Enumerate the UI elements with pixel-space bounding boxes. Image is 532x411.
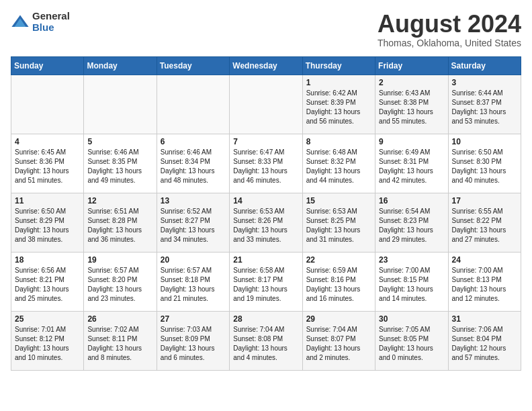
weekday-header-monday: Monday bbox=[84, 56, 157, 75]
day-number: 13 bbox=[161, 196, 226, 205]
weekday-header-saturday: Saturday bbox=[448, 56, 521, 75]
day-number: 8 bbox=[306, 137, 371, 146]
calendar-cell: 3Sunrise: 6:44 AM Sunset: 8:37 PM Daylig… bbox=[448, 75, 521, 134]
day-info: Sunrise: 6:54 AM Sunset: 8:23 PM Dayligh… bbox=[379, 207, 444, 244]
day-number: 19 bbox=[87, 255, 152, 265]
calendar-cell: 1Sunrise: 6:42 AM Sunset: 8:39 PM Daylig… bbox=[302, 75, 375, 134]
calendar-cell: 5Sunrise: 6:46 AM Sunset: 8:35 PM Daylig… bbox=[84, 134, 157, 193]
day-info: Sunrise: 6:44 AM Sunset: 8:37 PM Dayligh… bbox=[452, 89, 517, 126]
day-info: Sunrise: 6:43 AM Sunset: 8:38 PM Dayligh… bbox=[379, 89, 444, 126]
calendar-cell: 13Sunrise: 6:52 AM Sunset: 8:27 PM Dayli… bbox=[157, 193, 229, 252]
calendar-cell: 16Sunrise: 6:54 AM Sunset: 8:23 PM Dayli… bbox=[375, 193, 448, 252]
calendar-cell: 23Sunrise: 7:00 AM Sunset: 8:15 PM Dayli… bbox=[375, 252, 448, 311]
day-info: Sunrise: 6:50 AM Sunset: 8:29 PM Dayligh… bbox=[15, 207, 80, 244]
calendar-week-row-1: 1Sunrise: 6:42 AM Sunset: 8:39 PM Daylig… bbox=[11, 75, 521, 134]
day-number: 3 bbox=[452, 78, 517, 87]
calendar-cell: 21Sunrise: 6:58 AM Sunset: 8:17 PM Dayli… bbox=[230, 252, 302, 311]
logo-blue: Blue bbox=[32, 22, 70, 34]
day-info: Sunrise: 7:06 AM Sunset: 8:04 PM Dayligh… bbox=[452, 325, 517, 363]
day-info: Sunrise: 6:46 AM Sunset: 8:35 PM Dayligh… bbox=[87, 148, 152, 185]
day-number: 30 bbox=[379, 314, 444, 324]
day-info: Sunrise: 6:51 AM Sunset: 8:28 PM Dayligh… bbox=[87, 207, 152, 244]
day-info: Sunrise: 7:04 AM Sunset: 8:08 PM Dayligh… bbox=[233, 325, 298, 363]
day-number: 4 bbox=[15, 137, 80, 146]
calendar-cell: 10Sunrise: 6:50 AM Sunset: 8:30 PM Dayli… bbox=[448, 134, 521, 193]
day-number: 27 bbox=[161, 314, 226, 324]
day-number: 14 bbox=[233, 196, 298, 205]
calendar-cell bbox=[230, 75, 302, 134]
title-block: August 2024 Thomas, Oklahoma, United Sta… bbox=[378, 11, 521, 48]
day-info: Sunrise: 6:50 AM Sunset: 8:30 PM Dayligh… bbox=[452, 148, 517, 185]
weekday-header-thursday: Thursday bbox=[302, 56, 375, 75]
weekday-header-tuesday: Tuesday bbox=[157, 56, 229, 75]
weekday-header-wednesday: Wednesday bbox=[230, 56, 302, 75]
calendar-week-row-3: 11Sunrise: 6:50 AM Sunset: 8:29 PM Dayli… bbox=[11, 193, 521, 252]
logo-text: General Blue bbox=[32, 11, 70, 33]
day-info: Sunrise: 6:55 AM Sunset: 8:22 PM Dayligh… bbox=[452, 207, 517, 244]
calendar-cell: 14Sunrise: 6:53 AM Sunset: 8:26 PM Dayli… bbox=[230, 193, 302, 252]
day-info: Sunrise: 6:48 AM Sunset: 8:32 PM Dayligh… bbox=[306, 148, 371, 185]
day-number: 18 bbox=[15, 255, 80, 265]
calendar-cell: 22Sunrise: 6:59 AM Sunset: 8:16 PM Dayli… bbox=[302, 252, 375, 311]
calendar-cell: 18Sunrise: 6:56 AM Sunset: 8:21 PM Dayli… bbox=[11, 252, 84, 311]
calendar-cell: 25Sunrise: 7:01 AM Sunset: 8:12 PM Dayli… bbox=[11, 311, 84, 370]
day-info: Sunrise: 7:05 AM Sunset: 8:05 PM Dayligh… bbox=[379, 325, 444, 363]
calendar-cell: 24Sunrise: 7:00 AM Sunset: 8:13 PM Dayli… bbox=[448, 252, 521, 311]
calendar-cell: 27Sunrise: 7:03 AM Sunset: 8:09 PM Dayli… bbox=[157, 311, 229, 370]
day-number: 21 bbox=[233, 255, 298, 265]
day-info: Sunrise: 6:47 AM Sunset: 8:33 PM Dayligh… bbox=[233, 148, 298, 185]
calendar-cell bbox=[157, 75, 229, 134]
day-info: Sunrise: 6:42 AM Sunset: 8:39 PM Dayligh… bbox=[306, 89, 371, 126]
logo-general: General bbox=[32, 11, 70, 22]
day-number: 15 bbox=[306, 196, 371, 205]
day-info: Sunrise: 7:04 AM Sunset: 8:07 PM Dayligh… bbox=[306, 325, 371, 363]
calendar-week-row-5: 25Sunrise: 7:01 AM Sunset: 8:12 PM Dayli… bbox=[11, 311, 521, 370]
day-info: Sunrise: 6:52 AM Sunset: 8:27 PM Dayligh… bbox=[161, 207, 226, 244]
day-info: Sunrise: 6:53 AM Sunset: 8:25 PM Dayligh… bbox=[306, 207, 371, 244]
calendar-week-row-2: 4Sunrise: 6:45 AM Sunset: 8:36 PM Daylig… bbox=[11, 134, 521, 193]
calendar-cell: 9Sunrise: 6:49 AM Sunset: 8:31 PM Daylig… bbox=[375, 134, 448, 193]
day-number: 22 bbox=[306, 255, 371, 265]
calendar-cell: 11Sunrise: 6:50 AM Sunset: 8:29 PM Dayli… bbox=[11, 193, 84, 252]
calendar-cell: 26Sunrise: 7:02 AM Sunset: 8:11 PM Dayli… bbox=[84, 311, 157, 370]
day-info: Sunrise: 7:00 AM Sunset: 8:13 PM Dayligh… bbox=[452, 266, 517, 304]
day-number: 2 bbox=[379, 78, 444, 87]
day-number: 29 bbox=[306, 314, 371, 324]
logo: General Blue bbox=[11, 11, 70, 33]
day-number: 9 bbox=[379, 137, 444, 146]
calendar-week-row-4: 18Sunrise: 6:56 AM Sunset: 8:21 PM Dayli… bbox=[11, 252, 521, 311]
calendar-table: SundayMondayTuesdayWednesdayThursdayFrid… bbox=[11, 56, 521, 371]
day-info: Sunrise: 7:00 AM Sunset: 8:15 PM Dayligh… bbox=[379, 266, 444, 304]
day-number: 7 bbox=[233, 137, 298, 146]
day-number: 31 bbox=[452, 314, 517, 324]
calendar-cell bbox=[84, 75, 157, 134]
day-number: 25 bbox=[15, 314, 80, 324]
calendar-cell: 4Sunrise: 6:45 AM Sunset: 8:36 PM Daylig… bbox=[11, 134, 84, 193]
calendar-cell: 12Sunrise: 6:51 AM Sunset: 8:28 PM Dayli… bbox=[84, 193, 157, 252]
day-info: Sunrise: 7:01 AM Sunset: 8:12 PM Dayligh… bbox=[15, 325, 80, 363]
day-number: 20 bbox=[161, 255, 226, 265]
day-info: Sunrise: 6:59 AM Sunset: 8:16 PM Dayligh… bbox=[306, 266, 371, 304]
day-number: 26 bbox=[87, 314, 152, 324]
day-number: 10 bbox=[452, 137, 517, 146]
calendar-cell: 28Sunrise: 7:04 AM Sunset: 8:08 PM Dayli… bbox=[230, 311, 302, 370]
day-info: Sunrise: 7:03 AM Sunset: 8:09 PM Dayligh… bbox=[161, 325, 226, 363]
weekday-header-friday: Friday bbox=[375, 56, 448, 75]
day-info: Sunrise: 6:45 AM Sunset: 8:36 PM Dayligh… bbox=[15, 148, 80, 185]
day-info: Sunrise: 6:53 AM Sunset: 8:26 PM Dayligh… bbox=[233, 207, 298, 244]
calendar-cell: 6Sunrise: 6:46 AM Sunset: 8:34 PM Daylig… bbox=[157, 134, 229, 193]
month-year: August 2024 bbox=[378, 11, 521, 38]
calendar-cell: 29Sunrise: 7:04 AM Sunset: 8:07 PM Dayli… bbox=[302, 311, 375, 370]
day-info: Sunrise: 6:49 AM Sunset: 8:31 PM Dayligh… bbox=[379, 148, 444, 185]
logo-icon bbox=[11, 13, 30, 32]
calendar-cell bbox=[11, 75, 84, 134]
day-number: 17 bbox=[452, 196, 517, 205]
calendar-cell: 30Sunrise: 7:05 AM Sunset: 8:05 PM Dayli… bbox=[375, 311, 448, 370]
calendar-cell: 31Sunrise: 7:06 AM Sunset: 8:04 PM Dayli… bbox=[448, 311, 521, 370]
day-number: 28 bbox=[233, 314, 298, 324]
page-header: General Blue August 2024 Thomas, Oklahom… bbox=[11, 11, 521, 48]
location: Thomas, Oklahoma, United States bbox=[378, 38, 521, 48]
day-number: 23 bbox=[379, 255, 444, 265]
calendar-cell: 19Sunrise: 6:57 AM Sunset: 8:20 PM Dayli… bbox=[84, 252, 157, 311]
day-number: 1 bbox=[306, 78, 371, 87]
